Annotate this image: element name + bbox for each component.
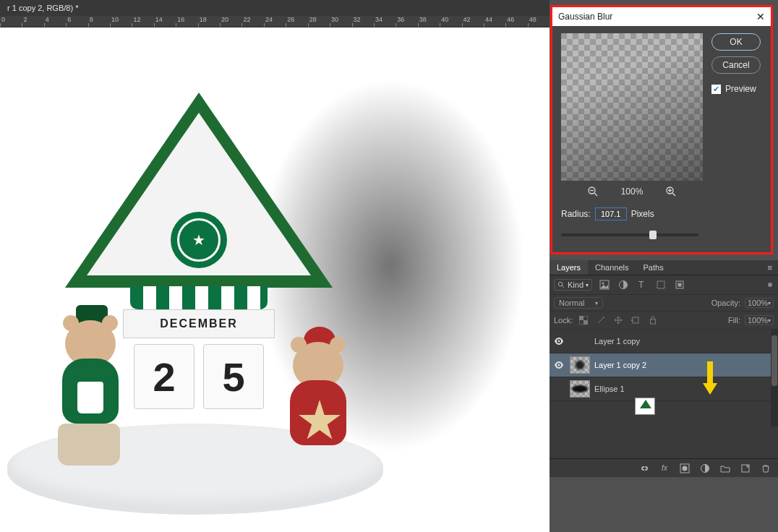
gaussian-blur-dialog: Gaussian Blur ✕ 100% OK Cancel ✔ Preview (552, 7, 771, 253)
horizontal-ruler: 0246810121416182022242628303234363840424… (0, 16, 550, 27)
ruler-tick: 12 (132, 16, 153, 23)
lock-row: Lock: Fill: 100%▾ (550, 312, 778, 330)
bear-santa (282, 331, 354, 454)
document-tab[interactable]: r 1 copy 2, RGB/8) * (0, 0, 85, 16)
lock-all-icon[interactable] (646, 314, 659, 327)
opacity-label: Opacity: (711, 299, 740, 307)
layer-row[interactable]: Layer 1 copy 2 (550, 353, 778, 377)
ruler-tick: 0 (0, 16, 22, 23)
filter-adjust-icon[interactable] (617, 278, 630, 291)
fill-input[interactable]: 100%▾ (745, 315, 774, 325)
ruler-tick: 42 (462, 16, 484, 23)
ruler-tick: 40 (440, 16, 461, 23)
filter-type-icon[interactable]: T (636, 278, 649, 291)
bear-barista (54, 309, 127, 432)
tab-channels[interactable]: Channels (588, 260, 636, 275)
group-icon[interactable] (719, 462, 732, 475)
svg-point-25 (683, 466, 688, 471)
ruler-tick: 16 (176, 16, 197, 23)
calendar-day-tile-right: 5 (203, 344, 264, 409)
radius-unit: Pixels (631, 209, 654, 219)
filter-shape-icon[interactable] (654, 278, 667, 291)
fx-icon[interactable]: fx (658, 462, 671, 475)
radius-slider-thumb[interactable] (649, 231, 657, 239)
svg-line-8 (562, 286, 564, 288)
radius-slider[interactable] (561, 233, 698, 236)
lock-pixels-icon[interactable] (594, 314, 607, 327)
visibility-icon[interactable] (554, 361, 565, 369)
filter-pixel-icon[interactable] (598, 278, 611, 291)
radius-label: Radius: (561, 209, 591, 219)
delete-layer-icon[interactable] (759, 462, 772, 475)
dialog-titlebar[interactable]: Gaussian Blur ✕ (552, 7, 771, 26)
fill-label: Fill: (728, 316, 740, 325)
visibility-icon[interactable] (554, 338, 565, 345)
blend-mode-row: Normal▾ Opacity: 100%▾ (550, 295, 778, 312)
svg-rect-19 (633, 317, 638, 323)
ruler-tick: 30 (330, 16, 351, 23)
adjustment-layer-icon[interactable] (698, 462, 711, 475)
filter-toggle-icon[interactable] (768, 283, 772, 287)
lock-position-icon[interactable] (612, 314, 625, 327)
ruler-tick: 38 (418, 16, 440, 23)
ruler-tick: 34 (374, 16, 396, 23)
layer-row[interactable]: Ellipse 1 (550, 377, 778, 401)
ruler-tick: 26 (286, 16, 307, 23)
canvas-area[interactable]: DECEMBER 2 5 (0, 27, 550, 532)
svg-point-22 (558, 340, 560, 343)
svg-rect-17 (579, 316, 584, 320)
close-icon[interactable]: ✕ (756, 11, 765, 22)
filter-smart-icon[interactable] (673, 278, 686, 291)
cancel-button[interactable]: Cancel (711, 56, 761, 74)
opacity-input[interactable]: 100%▾ (745, 298, 774, 308)
layers-scrollbar[interactable] (771, 330, 778, 426)
tab-paths[interactable]: Paths (636, 260, 671, 275)
ruler-tick: 48 (528, 16, 550, 23)
lock-transparent-icon[interactable] (577, 314, 590, 327)
radius-input[interactable] (595, 207, 627, 220)
svg-rect-21 (651, 319, 656, 324)
preview-checkbox[interactable]: ✔ (711, 85, 721, 94)
svg-rect-18 (584, 320, 588, 325)
document-tab-bar: r 1 copy 2, RGB/8) * (0, 0, 550, 16)
new-layer-icon[interactable] (739, 462, 752, 475)
layers-panel: Layers Channels Paths ≡ Kind ▾ T Normal▾… (550, 260, 778, 477)
ok-button[interactable]: OK (711, 33, 761, 51)
ruler-tick: 10 (110, 16, 132, 23)
layer-row[interactable]: Layer 1 copy (550, 330, 778, 353)
link-layers-icon[interactable] (638, 462, 651, 475)
svg-line-4 (672, 193, 675, 196)
layers-list[interactable]: Layer 1 copyLayer 1 copy 2Ellipse 1 (550, 330, 778, 445)
ruler-tick: 36 (396, 16, 417, 23)
svg-point-7 (558, 282, 563, 286)
svg-rect-20 (631, 319, 633, 321)
ruler-tick: 22 (241, 16, 263, 23)
lock-artboard-icon[interactable] (629, 314, 642, 327)
dialog-title: Gaussian Blur (558, 12, 612, 22)
ruler-tick: 46 (505, 16, 527, 23)
tab-layers[interactable]: Layers (550, 260, 588, 275)
zoom-out-icon[interactable] (586, 185, 599, 198)
layer-filter-bar: Kind ▾ T (550, 275, 778, 295)
ruler-tick: 20 (220, 16, 241, 23)
filter-kind-label: Kind (568, 280, 584, 289)
blend-mode-select[interactable]: Normal▾ (554, 297, 603, 309)
filter-kind-select[interactable]: Kind ▾ (554, 279, 592, 291)
blur-preview[interactable] (561, 33, 703, 181)
zoom-in-icon[interactable] (664, 185, 677, 198)
panel-menu-icon[interactable]: ≡ (762, 260, 778, 275)
preview-label: Preview (725, 84, 756, 94)
artboard: DECEMBER 2 5 (0, 27, 550, 532)
svg-rect-13 (657, 281, 664, 288)
layer-thumbnail (570, 356, 590, 374)
svg-rect-15 (678, 283, 682, 287)
panel-tabs: Layers Channels Paths ≡ (550, 260, 778, 275)
lock-label: Lock: (554, 316, 573, 325)
ruler-tick: 4 (44, 16, 66, 23)
layer-name: Layer 1 copy 2 (594, 361, 646, 369)
add-mask-icon[interactable] (678, 462, 691, 475)
ruler-tick: 32 (352, 16, 374, 23)
svg-point-10 (602, 283, 604, 285)
svg-line-1 (594, 193, 597, 196)
layer-thumbnail (635, 398, 655, 415)
